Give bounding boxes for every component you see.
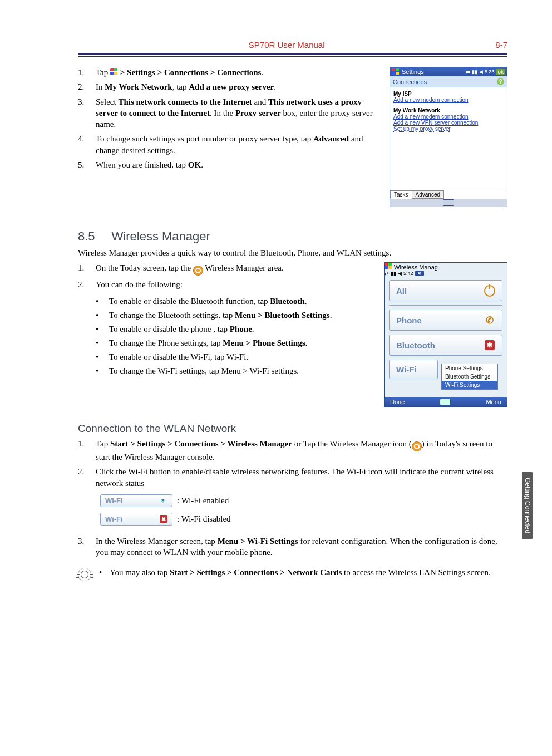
wm-row-all[interactable]: All — [389, 280, 502, 301]
proxy-step-1: 1. Tap > Settings > Connections > Connec… — [78, 67, 381, 78]
shot1-subhead: Connections ? — [390, 76, 507, 87]
sync-icon: ⇄ — [466, 69, 470, 75]
proxy-step-2: 2. In My Work Network, tap Add a new pro… — [78, 81, 381, 92]
screenshot-wireless-manager: Wireless Manag ⇄ ▮▮ ◀ 5:42 ✕ All Phone ✆… — [384, 262, 507, 407]
wireless-manager-icon — [412, 441, 422, 451]
work-add-modem-link[interactable]: Add a new modem connection — [393, 114, 504, 120]
wm-row-wifi[interactable]: Wi-Fi — [389, 360, 438, 379]
start-icon[interactable] — [385, 263, 392, 269]
tab-advanced[interactable]: Advanced — [412, 190, 444, 199]
shot1-tabs: Tasks Advanced — [390, 190, 507, 199]
wlan-step-3: 3. In the Wireless Manager screen, tap M… — [78, 536, 507, 558]
shot2-title: Wireless Manag — [394, 264, 438, 271]
screenshot-connections: Settings ⇄ ▮▮ ◀ 5:33 ok Connections ? My… — [390, 67, 507, 207]
proxy-step-4: 4. To change such settings as port numbe… — [78, 133, 381, 156]
wm-step-1: 1. On the Today screen, tap the Wireless… — [78, 262, 375, 276]
close-button[interactable]: ✕ — [415, 271, 424, 276]
my-work-title: My Work Network — [393, 107, 504, 114]
menu-phone-settings[interactable]: Phone Settings — [442, 364, 497, 372]
work-add-vpn-link[interactable]: Add a new VPN server connection — [393, 120, 504, 126]
manual-title: SP70R User Manual — [249, 40, 325, 50]
wlan-step-2: 2. Click the Wi-Fi button to enable/disa… — [78, 466, 507, 489]
page-number: 8-7 — [495, 40, 507, 50]
wifi-chip-disabled: Wi-Fi ✖ — [100, 513, 172, 526]
volume-icon: ◀ — [398, 271, 402, 276]
wifi-on-icon: ᯤ — [160, 497, 167, 505]
shot2-titlebar: Wireless Manag ⇄ ▮▮ ◀ 5:42 ✕ — [385, 263, 507, 276]
softkey-menu[interactable]: Menu — [486, 399, 501, 405]
clock: 5:33 — [485, 69, 495, 75]
power-icon — [484, 285, 495, 296]
wm-row-phone[interactable]: Phone ✆ — [389, 310, 502, 331]
wm-step-2: 2. You can do the following: — [78, 279, 375, 290]
wm-row-bluetooth[interactable]: Bluetooth ✱ — [389, 335, 502, 356]
phone-icon: ✆ — [484, 315, 495, 326]
wm-intro: Wireless Manager provides a quick way to… — [78, 248, 507, 258]
start-icon — [110, 68, 118, 75]
proxy-steps: 1. Tap > Settings > Connections > Connec… — [78, 67, 381, 170]
wm-bullets: •To enable or disable the Bluetooth func… — [78, 296, 375, 377]
wlan-steps: 1. Tap Start > Settings > Connections > … — [78, 438, 507, 489]
menu-wifi-settings[interactable]: Wi-Fi Settings — [442, 381, 497, 389]
side-tab-getting-connected: Getting Connected — [522, 472, 533, 539]
page-header: SP70R User Manual 8-7 — [78, 33, 507, 53]
wlan-step-1: 1. Tap Start > Settings > Connections > … — [78, 438, 507, 463]
isp-add-modem-link[interactable]: Add a new modem connection — [393, 97, 504, 103]
header-rule — [78, 53, 507, 57]
wifi-off-icon: ✖ — [160, 515, 167, 523]
shot1-bottom-bar — [390, 199, 507, 207]
tip-row: • You may also tap Start > Settings > Co… — [78, 568, 507, 581]
sync-icon: ⇄ — [385, 271, 389, 276]
section-8-5-heading: 8.5Wireless Manager — [78, 229, 507, 244]
wlan-steps-cont: 3. In the Wireless Manager screen, tap M… — [78, 536, 507, 558]
proxy-step-3: 3. Select This network connects to the I… — [78, 96, 381, 130]
wm-popup-menu: Phone Settings Bluetooth Settings Wi-Fi … — [441, 364, 498, 390]
signal-icon: ▮▮ — [391, 271, 396, 276]
shot1-titlebar: Settings ⇄ ▮▮ ◀ 5:33 ok — [390, 67, 507, 76]
ok-button[interactable]: ok — [496, 69, 505, 75]
lightbulb-icon — [78, 568, 91, 581]
wifi-chip-enabled: Wi-Fi ᯤ — [100, 494, 172, 507]
bluetooth-off-icon: ✱ — [484, 340, 495, 351]
volume-icon: ◀ — [479, 69, 483, 75]
shot2-softkeys: Done Menu — [385, 397, 507, 406]
keyboard-icon[interactable] — [440, 399, 451, 405]
work-proxy-link[interactable]: Set up my proxy server — [393, 126, 504, 132]
softkey-done[interactable]: Done — [390, 399, 405, 405]
my-isp-title: My ISP — [393, 91, 504, 97]
wifi-disabled-row: Wi-Fi ✖ : Wi-Fi disabled — [100, 513, 507, 526]
help-icon[interactable]: ? — [497, 78, 504, 85]
proxy-step-5: 5. When you are finished, tap OK. — [78, 159, 381, 170]
keyboard-icon[interactable] — [443, 199, 454, 206]
wlan-heading: Connection to the WLAN Network — [78, 423, 507, 435]
tab-tasks[interactable]: Tasks — [390, 190, 412, 199]
signal-icon: ▮▮ — [472, 69, 477, 75]
clock: 5:42 — [403, 271, 413, 276]
wm-steps: 1. On the Today screen, tap the Wireless… — [78, 262, 375, 290]
menu-bluetooth-settings[interactable]: Bluetooth Settings — [442, 372, 497, 381]
wifi-enabled-row: Wi-Fi ᯤ : Wi-Fi enabled — [100, 494, 507, 507]
start-icon[interactable] — [392, 68, 400, 75]
wireless-manager-icon — [193, 266, 203, 276]
shot1-title: Settings — [402, 68, 424, 75]
